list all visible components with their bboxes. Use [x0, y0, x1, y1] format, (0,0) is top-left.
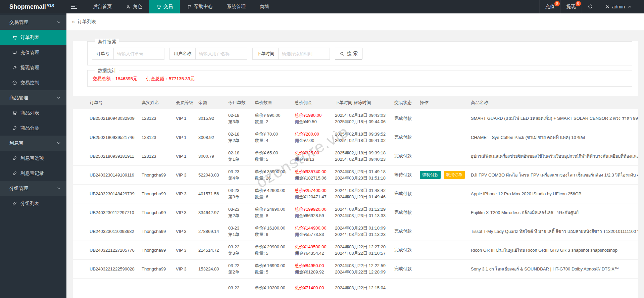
total-price: 总价¥280.00: [295, 131, 334, 137]
today-date: 03-23: [228, 225, 253, 231]
today-date: 03-23: [228, 168, 253, 175]
unit-price: 单价¥ 70.00: [255, 131, 293, 137]
sidebar-collapse-button[interactable]: [66, 0, 81, 13]
table-header-row: 订单号 真实姓名 会员等级 余额 今日单数 单价数量 总价佣金 下单时间 解冻时…: [73, 96, 638, 109]
sidebar-group-interest[interactable]: 利息宝: [0, 136, 66, 151]
total-price: 总价¥144900.00: [295, 225, 334, 231]
balance: 522043.03: [198, 172, 219, 178]
balance: 3015.92: [198, 116, 214, 121]
balance: 3000.79: [198, 154, 214, 159]
today-seq: 第3单: [228, 194, 253, 200]
table-row: UB2403221222599028 Thongcha99 VIP 3 1532…: [73, 259, 638, 278]
table-row: UB2403230110093682 Thongcha99 VIP 3 2788…: [73, 222, 638, 241]
col-header-vip: 会员等级: [176, 96, 198, 109]
chevron-down-icon: [56, 141, 61, 145]
order-time-field-group: 下单时间: [252, 48, 330, 60]
sidebar-item-withdraw-mgmt[interactable]: 提现管理: [0, 60, 66, 75]
table-row: 03-22 单价¥ 10200.00 总价¥71400.00 2024年03月2…: [73, 278, 638, 297]
commission: 佣金¥61289.92: [295, 269, 334, 275]
recharge-link[interactable]: 充值 0: [539, 0, 560, 13]
col-header-today: 今日单数: [228, 96, 255, 109]
balance: 334642.97: [198, 210, 219, 215]
order-time: 2024年03月23日 01:48:42: [335, 187, 393, 194]
withdraw-link[interactable]: 提现 0: [560, 0, 582, 13]
col-header-status: 交易状态: [394, 96, 420, 109]
balance: 401571.56: [198, 191, 219, 196]
chevron-down-icon: [56, 186, 61, 191]
quantity: 数量: 5: [255, 269, 293, 275]
nav-item-dashboard[interactable]: 后台首页: [86, 0, 119, 13]
unit-price: 单价¥ 65.00: [255, 150, 293, 156]
balance: 278869.14: [198, 229, 219, 234]
quantity: 数量: 6: [255, 194, 293, 200]
commission: 佣金¥64354.42: [295, 250, 334, 256]
nav-item-mall[interactable]: 商城: [253, 0, 276, 13]
balance: 153224.80: [198, 266, 219, 271]
order-no: UB2403230110093682: [90, 229, 134, 234]
today-seq: 第2单: [228, 269, 253, 275]
today-date: 03-22: [228, 244, 253, 250]
commission: 佣金¥182715.06: [295, 175, 334, 181]
nav-item-trade[interactable]: 交易: [149, 0, 180, 13]
sidebar-item-interest-records[interactable]: 利息宝记录: [0, 166, 66, 181]
order-no-input[interactable]: [114, 48, 164, 59]
user-menu[interactable]: admin: [599, 0, 638, 13]
vip-level: VIP 1: [176, 116, 187, 121]
sidebar-item-product-list[interactable]: 商品列表: [0, 105, 66, 120]
balance: 3008.92: [198, 135, 214, 140]
username-input[interactable]: [196, 48, 247, 59]
today-seq: 第1单: [228, 231, 253, 238]
real-name: Thongcha99: [142, 172, 166, 178]
table-row: UB2403230149189116 Thongcha99 VIP 3 5220…: [73, 165, 638, 184]
app-logo: ShopmemallV3.0: [0, 0, 66, 13]
order-no: UB2502180939521746: [90, 135, 135, 140]
nav-item-help[interactable]: 帮助中心: [180, 0, 220, 13]
col-header-actions: 操作: [420, 96, 471, 109]
unfreeze-time: 2024年03月23日 01:13:23: [335, 231, 393, 238]
chevron-down-icon: [56, 95, 61, 100]
sidebar-item-order-list[interactable]: 订单列表: [0, 30, 66, 45]
sidebar-group-product-mgmt[interactable]: 商品管理: [0, 90, 66, 105]
table-row: UB2403230148429739 Thongcha99 VIP 3 4015…: [73, 184, 638, 203]
trade-status: 完成付款: [394, 229, 412, 234]
unfreeze-time: 2024年03月22日 12:28:09: [335, 269, 393, 275]
order-table-body: UB2502180943032909 123123 VIP 1 3015.92 …: [73, 109, 638, 297]
search-icon: [340, 51, 345, 56]
order-no: UB2403221227205776: [90, 248, 135, 253]
username-field-group: 用户名称: [169, 48, 247, 60]
refresh-button[interactable]: [582, 0, 599, 13]
sidebar-group-grouping[interactable]: 分组管理: [0, 181, 66, 196]
order-time: 2024年03月23日 01:10:09: [335, 225, 393, 231]
cart-icon: [12, 35, 17, 40]
order-no: UB2502180939181911: [90, 154, 134, 159]
trade-status: 完成付款: [394, 266, 412, 271]
person-icon: [605, 4, 610, 9]
commission: 佣金¥7.00: [295, 137, 334, 144]
cancel-order-button[interactable]: 取消订单: [444, 171, 465, 179]
commission: 佣金¥49.50: [295, 118, 334, 125]
app-version: V3.0: [47, 4, 54, 7]
sidebar-item-group-list[interactable]: 分组列表: [0, 196, 66, 211]
quantity: 数量: 26: [255, 175, 293, 181]
search-button[interactable]: 搜 索: [335, 48, 362, 60]
nav-item-role[interactable]: 角色: [119, 0, 149, 13]
vip-level: VIP 3: [176, 191, 187, 196]
nav-item-system[interactable]: 系统管理: [220, 0, 253, 13]
vip-level: VIP 3: [176, 229, 187, 234]
total-price: 总价¥149500.00: [295, 244, 334, 250]
trade-status: 完成付款: [394, 116, 412, 121]
total-price: 总价¥325.00: [295, 150, 334, 156]
sidebar-item-interest-options[interactable]: 利息宝选项: [0, 151, 66, 166]
table-row: UB2502180943032909 123123 VIP 1 3015.92 …: [73, 109, 638, 128]
sidebar-group-trade-mgmt[interactable]: 交易管理: [0, 15, 66, 30]
sidebar-item-recharge-mgmt[interactable]: 充值管理: [0, 45, 66, 60]
today-seq: 第3单: [228, 118, 253, 125]
col-header-unit-qty: 单价数量: [255, 96, 295, 109]
unit-price: 单价¥ 16100.00: [255, 225, 293, 231]
force-pay-button[interactable]: 强制付款: [420, 171, 441, 179]
sidebar-item-product-category[interactable]: 商品分类: [0, 120, 66, 136]
unit-price: 单价¥ 24990.00: [255, 206, 293, 212]
today-date: 02-18: [228, 150, 253, 156]
order-time-input[interactable]: [279, 48, 330, 59]
sidebar-item-trade-control[interactable]: 交易控制: [0, 75, 66, 90]
